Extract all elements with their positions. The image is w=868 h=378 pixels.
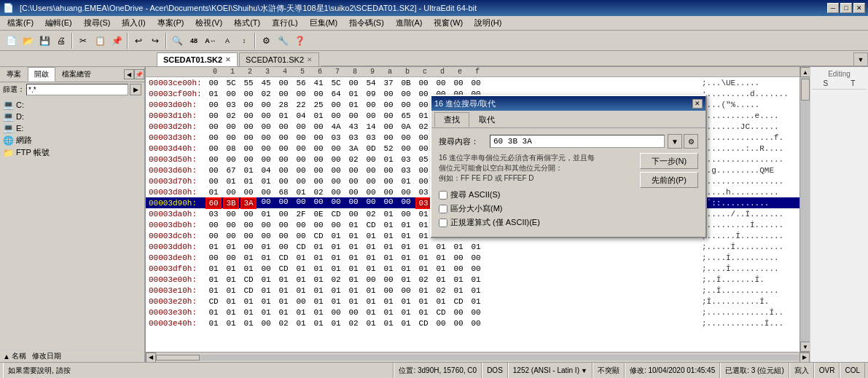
encoding-dropdown[interactable]: ▼ [581, 367, 587, 374]
dialog-close-button[interactable]: ✕ [692, 99, 703, 109]
search-replace-dialog[interactable]: 16 進位搜尋/取代 ✕ 查找 取代 搜尋內容： ▼ ⚙ 16 進位字串每個位元… [430, 95, 707, 238]
tb-b6[interactable]: 🔧 [275, 33, 291, 49]
hex-row-de0[interactable]: 00003de0h: 00000101CD0101010101010101010… [146, 252, 799, 263]
menu-column[interactable]: 直行(L) [266, 16, 303, 30]
tb-b5[interactable]: ⚙ [258, 33, 274, 49]
filter-input[interactable] [26, 84, 128, 95]
hex-row-e20[interactable]: 00003e20h: CD01010101000101010101010101C… [146, 296, 799, 307]
tb-print[interactable]: 🖨 [53, 33, 69, 49]
dialog-title: 16 進位搜尋/取代 [434, 98, 692, 109]
tree-item-ftp[interactable]: 📁FTP 帳號 [1, 146, 143, 159]
scroll-track-x[interactable] [156, 355, 799, 361]
btn-prev[interactable]: 先前的(P) [640, 172, 698, 188]
menu-bar: 檔案(F) 編輯(E) 搜尋(S) 插入(I) 專案(P) 檢視(V) 格式(T… [0, 16, 868, 31]
chk-regex[interactable] [439, 218, 447, 227]
tb-b4[interactable]: ↕ [236, 33, 252, 49]
tb-new[interactable]: 📄 [3, 33, 19, 49]
right-panel-headers: S T [812, 79, 867, 90]
tb-paste[interactable]: 📌 [109, 33, 125, 49]
hex-col-5: 5 [294, 68, 310, 76]
tab-0-close[interactable]: ✕ [225, 56, 231, 63]
tb-b3[interactable]: A [219, 33, 235, 49]
tab-0[interactable]: SCEDAT01.SK2 ✕ [157, 52, 238, 66]
tb-help[interactable]: ❓ [292, 33, 308, 49]
menu-format[interactable]: 格式(T) [228, 16, 266, 30]
tree-item-c[interactable]: 💻C: [1, 99, 143, 111]
window-title: [C:\Users\ahuang.EMEA\OneDrive - Acer\Do… [17, 3, 827, 14]
tb-copy[interactable]: 📋 [92, 33, 108, 49]
dialog-tab-find[interactable]: 查找 [434, 112, 469, 127]
filter-apply-button[interactable]: ▶ [130, 84, 141, 95]
btn-next[interactable]: 下一步(N) [640, 153, 698, 169]
menu-insert[interactable]: 插入(I) [116, 16, 151, 30]
search-input[interactable] [490, 135, 665, 148]
maximize-button[interactable]: □ [840, 3, 852, 13]
tb-redo[interactable]: ↪ [147, 33, 163, 49]
hex-col-2: 2 [242, 68, 258, 76]
menu-edit[interactable]: 編輯(E) [39, 16, 78, 30]
menu-help[interactable]: 說明(H) [469, 16, 507, 30]
hex-col-c: c [417, 68, 433, 76]
menu-window[interactable]: 視窗(W) [428, 16, 469, 30]
tree-item-e[interactable]: 💻E: [1, 122, 143, 134]
dialog-tab-replace[interactable]: 取代 [469, 112, 504, 127]
tab-dropdown[interactable]: ▼ [853, 52, 868, 66]
tree-item-d[interactable]: 💻D: [1, 111, 143, 122]
panel-arrow-left[interactable]: ◀ [124, 69, 134, 79]
tb-b1[interactable]: 48 [186, 33, 202, 49]
hex-row-dd0[interactable]: 00003dd0h: 0101000100CD01010101010101010… [146, 241, 799, 252]
dialog-body: 搜尋內容： ▼ ⚙ 16 進位字串每個位元必須含有兩個字元，並且每 個位元可能會… [431, 128, 705, 237]
tb-undo[interactable]: ↩ [130, 33, 146, 49]
scrollbar-thumb[interactable] [801, 79, 810, 101]
hex-row-e10[interactable]: 00003e10h: 0101CD01010101010101000001020… [146, 285, 799, 296]
menu-project[interactable]: 專案(P) [152, 16, 190, 30]
hex-row-e40[interactable]: 00003e40h: 010101000201010102010101CD000… [146, 318, 799, 328]
menu-script[interactable]: 指令碼(S) [343, 16, 390, 30]
lpanel-tab-open[interactable]: 開啟 [28, 67, 55, 82]
scroll-right-button[interactable]: ▶ [799, 353, 810, 363]
hex-row-df0[interactable]: 00003df0h: 01010100CD0101010101010101010… [146, 263, 799, 274]
tab-1-close[interactable]: ✕ [307, 56, 313, 63]
menu-file[interactable]: 檔案(F) [1, 16, 39, 30]
lpanel-tab-explorer[interactable]: 檔案總管 [55, 67, 98, 82]
hex-header: 0 1 2 3 4 5 6 7 8 9 a b c d e [146, 67, 799, 77]
hex-row-e30[interactable]: 00003e30h: 01010101010101000001010101CD0… [146, 307, 799, 318]
scrollbar-track[interactable] [800, 77, 810, 342]
chk-case[interactable] [439, 205, 447, 213]
tb-open[interactable]: 📂 [20, 33, 36, 49]
menu-search[interactable]: 搜尋(S) [78, 16, 117, 30]
tb-b2[interactable]: A↔ [203, 33, 219, 49]
panel-pin[interactable]: 📌 [134, 69, 144, 79]
hex-col-a: a [382, 68, 398, 76]
close-button[interactable]: ✕ [853, 3, 865, 13]
search-history-button[interactable]: ▼ [668, 134, 682, 149]
menu-advanced[interactable]: 進階(A) [390, 16, 429, 30]
minimize-button[interactable]: ─ [827, 3, 839, 13]
sort-date[interactable]: 修改日期 [32, 351, 61, 361]
tb-find[interactable]: 🔍 [169, 33, 185, 49]
hex-vertical-scrollbar[interactable]: ▲ ▼ [799, 67, 810, 352]
hex-col-e: e [452, 68, 468, 76]
chk-ascii[interactable] [439, 191, 447, 200]
tab-1[interactable]: SCEDAT01.SK2 ✕ [239, 52, 319, 66]
tb-cut[interactable]: ✂ [75, 33, 91, 49]
hex-col-7: 7 [329, 68, 345, 76]
status-col: COL [840, 363, 865, 378]
lpanel-tab-project[interactable]: 專案 [0, 67, 28, 82]
search-option-button[interactable]: ⚙ [684, 134, 698, 149]
tree-item-network[interactable]: 🌐網路 [1, 134, 143, 146]
scrollbar-down-button[interactable]: ▼ [800, 342, 810, 352]
hex-horizontal-scrollbar[interactable]: ◀ ▶ [146, 352, 810, 362]
menu-view[interactable]: 檢視(V) [189, 16, 228, 30]
hex-row-ce00[interactable]: 00003ce00h: 005C55450056415C0054370B0000… [146, 77, 799, 88]
chk-regex-row: 正規運算式 (僅 ASCII)(E) [439, 217, 628, 228]
chk-case-row: 區分大小寫(M) [439, 203, 628, 214]
hex-row-e00[interactable]: 00003e00h: 0101CD01010101020100000102010… [146, 274, 799, 285]
scroll-left-button[interactable]: ◀ [146, 353, 156, 363]
scrollbar-up-button[interactable]: ▲ [800, 67, 810, 77]
status-help: 如果需要說明, 請按 [3, 363, 394, 378]
tb-save[interactable]: 💾 [36, 33, 52, 49]
scroll-thumb-x[interactable] [156, 355, 200, 361]
menu-macro[interactable]: 巨集(M) [304, 16, 344, 30]
sort-name[interactable]: ▲ 名稱 [3, 351, 26, 361]
